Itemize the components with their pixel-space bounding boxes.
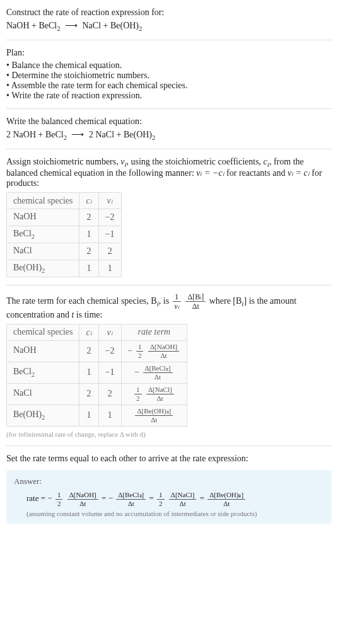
table-row: NaCl 2 2 (7, 243, 122, 260)
plan-heading: Plan: (6, 48, 332, 58)
plan-item: Balance the chemical equation. (6, 60, 332, 71)
den: 2 (136, 352, 144, 359)
den: Δt (185, 302, 206, 310)
frac-coef: 1 νᵢ (173, 293, 181, 310)
den: Δt (135, 416, 173, 423)
eq-rhs: 2 NaCl + Be(OH) (89, 130, 152, 139)
num: 1 (55, 492, 63, 500)
answer-box: Answer: rate = − 12 Δ[NaOH]Δt = − Δ[BeCl… (6, 470, 332, 524)
divider (6, 40, 332, 40)
sp-sub: 2 (32, 233, 35, 240)
frac-coef: 12 (157, 492, 165, 507)
num: 1 (136, 343, 144, 352)
cell-ci: 1 (79, 405, 98, 426)
cell-species: NaOH (7, 340, 79, 362)
sp: Be(OH) (13, 263, 42, 272)
eq-sign: = (102, 493, 108, 503)
divider (6, 108, 332, 109)
intro-prompt: Construct the rate of reaction expressio… (6, 8, 332, 18)
col-species: chemical species (7, 193, 79, 209)
cell-nui: 1 (98, 260, 121, 277)
balanced-heading: Write the balanced chemical equation: (6, 117, 332, 127)
frac-rate: Δ[NaCl]Δt (169, 492, 197, 507)
den: 2 (134, 394, 142, 402)
num: 1 (157, 492, 165, 500)
cell-rate: − Δ[BeCl₂]Δt (121, 362, 187, 383)
eq-sign: = (149, 493, 156, 503)
col-nui: νᵢ (98, 324, 121, 340)
col-ci: cᵢ (79, 324, 98, 340)
den: Δt (146, 394, 174, 402)
answer-note: (assuming constant volume and no accumul… (26, 510, 324, 517)
table-row: BeCl2 1 −1 (7, 226, 122, 243)
den: 2 (157, 500, 165, 507)
col-rate: rate term (121, 324, 187, 340)
frac-coef: 12 (136, 343, 144, 359)
num: Δ[NaOH] (67, 492, 98, 500)
frac-rate: Δ[Bᵢ] Δt (185, 293, 206, 310)
arrow-icon: ⟶ (62, 21, 80, 30)
stoich-table: chemical species cᵢ νᵢ NaOH 2 −2 BeCl2 1… (6, 192, 122, 277)
sp: NaCl (13, 388, 32, 398)
den: Δt (169, 500, 197, 507)
den: Δt (67, 500, 98, 507)
table-header-row: chemical species cᵢ νᵢ (7, 193, 122, 209)
num: Δ[NaCl] (169, 492, 197, 500)
cell-ci: 1 (79, 226, 98, 243)
frac-rate: Δ[Be(OH)₂]Δt (135, 408, 173, 423)
neg-sign: − (128, 345, 133, 355)
sp-sub: 2 (42, 414, 45, 421)
sp-sub: 2 (42, 267, 45, 274)
sp: Be(OH) (13, 410, 42, 419)
cell-species: Be(OH)2 (7, 260, 79, 277)
table-row: Be(OH)2 1 1 (7, 260, 122, 277)
rel: νᵢ = cᵢ (288, 168, 310, 178)
cell-species: NaCl (7, 243, 79, 260)
plan-section: Plan: Balance the chemical equation. Det… (6, 48, 332, 101)
eq-sub: 2 (152, 134, 155, 141)
eq-sub: 2 (57, 25, 60, 32)
sp: NaOH (13, 212, 37, 221)
rate-expression: rate = − 12 Δ[NaOH]Δt = − Δ[BeCl₂]Δt = 1… (26, 492, 324, 507)
sp-sub: 2 (32, 371, 35, 378)
cell-species: NaCl (7, 383, 79, 405)
divider (6, 446, 332, 446)
cell-nui: 2 (98, 383, 121, 405)
neg-sign: − (108, 493, 113, 503)
col-nui: νᵢ (98, 193, 121, 209)
final-sentence: Set the rate terms equal to each other t… (6, 454, 332, 464)
num: Δ[NaOH] (148, 343, 179, 352)
num: Δ[Bᵢ] (185, 293, 206, 302)
den: νᵢ (173, 302, 181, 310)
sp: NaCl (13, 246, 32, 255)
answer-label: Answer: (14, 476, 324, 486)
rateterm-text: The rate term for each chemical species,… (6, 293, 332, 320)
txt: , is (159, 296, 172, 305)
txt: The rate term for each chemical species,… (6, 296, 157, 305)
num: Δ[Be(OH)₂] (207, 492, 245, 500)
eq-sub: 2 (139, 25, 142, 32)
den: Δt (148, 352, 179, 359)
frac-rate: Δ[NaOH]Δt (148, 343, 179, 359)
col-species: chemical species (7, 324, 79, 340)
frac-rate: Δ[BeCl₂]Δt (116, 492, 146, 507)
num: Δ[BeCl₂] (143, 365, 173, 373)
num: Δ[BeCl₂] (116, 492, 146, 500)
txt: Assign stoichiometric numbers, (6, 157, 120, 166)
balanced-equation: 2 NaOH + BeCl2 ⟶ 2 NaCl + Be(OH)2 (6, 129, 332, 141)
balanced-section: Write the balanced chemical equation: 2 … (6, 117, 332, 141)
cell-nui: 1 (98, 405, 121, 426)
txt: , using the stoichiometric coefficients, (127, 157, 264, 166)
cell-species: Be(OH)2 (7, 405, 79, 426)
table-row: NaCl 2 2 12 Δ[NaCl]Δt (7, 383, 187, 405)
txt: where [B (209, 296, 242, 305)
sp: BeCl (13, 367, 32, 376)
cell-ci: 1 (79, 260, 98, 277)
cell-ci: 1 (79, 362, 98, 383)
eq-lhs: 2 NaOH + BeCl (6, 130, 64, 139)
rel: νᵢ = −cᵢ (196, 168, 224, 178)
frac-rate: Δ[NaOH]Δt (67, 492, 98, 507)
den: Δt (143, 373, 173, 381)
frac-rate: Δ[Be(OH)₂]Δt (207, 492, 245, 507)
cell-species: BeCl2 (7, 226, 79, 243)
